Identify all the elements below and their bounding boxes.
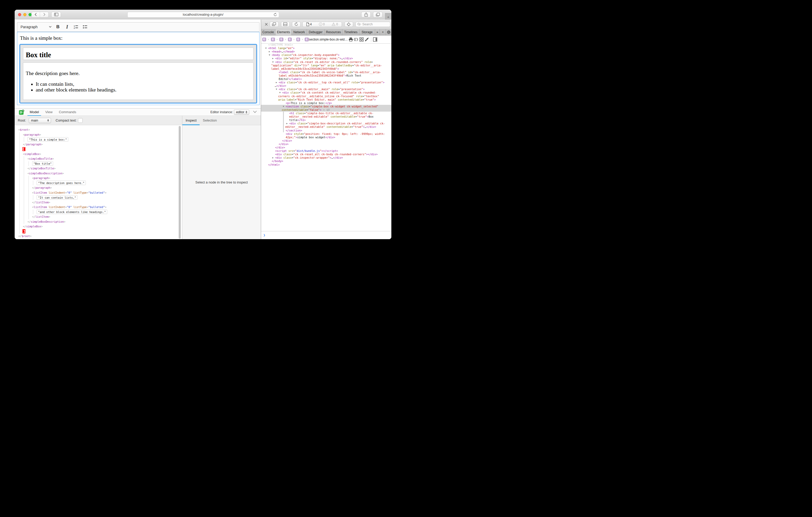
dom-tree-line[interactable]: <div class="ck ck-content ck-editor__edi…	[282, 91, 376, 94]
model-tree-line[interactable]: <simpleBoxDescription>	[27, 171, 64, 176]
dom-tree-line[interactable]: <body class="ck-inspector-body-expanded"…	[271, 53, 339, 57]
dom-tree-line[interactable]: </div>	[275, 146, 285, 149]
dom-tree-line[interactable]: <label class="ck ck-label ck-voice-label…	[279, 70, 381, 74]
resource-summary[interactable]: 4 0 0	[302, 22, 342, 27]
disclosure-open-icon[interactable]: ▼	[280, 91, 282, 94]
source-code-icon[interactable]	[354, 37, 358, 41]
dom-tree-line[interactable]: <div class="simple-box-description ck-ed…	[289, 122, 385, 125]
model-tree-line[interactable]: <simpleBox>	[23, 152, 41, 157]
detach-inspector-button[interactable]	[270, 22, 279, 27]
simple-box-description[interactable]: The description goes here. It can contai…	[23, 62, 254, 100]
disclosure-closed-icon[interactable]: ▶	[272, 57, 274, 60]
breadcrumb-node-badge[interactable]: E	[271, 38, 275, 41]
model-tree-line[interactable]: <simpleBoxTitle>	[27, 156, 54, 161]
dom-tree-line[interactable]: <h1 class="simple-box-title ck-editor__e…	[289, 112, 373, 115]
disclosure-closed-icon[interactable]: ▶	[286, 122, 288, 125]
traffic-light-close[interactable]	[18, 13, 21, 16]
model-tree-line[interactable]: "and other block elements like headings.…	[37, 210, 107, 215]
simple-box-widget[interactable]: Box title The description goes here. It …	[20, 45, 256, 103]
model-tree-line[interactable]: </listItem>	[32, 214, 51, 219]
dom-tree-line[interactable]: <head>…</head>	[271, 50, 295, 53]
inspector-tab-model[interactable]: Model	[27, 109, 41, 116]
breadcrumb-node-badge[interactable]: E	[288, 38, 292, 41]
dom-tree-line[interactable]: <div class="ck ck-editor__top ck-reset_a…	[279, 81, 384, 84]
traffic-light-minimize[interactable]	[23, 13, 26, 16]
inspector-tab-commands[interactable]: Commands	[57, 109, 78, 116]
inspector-tab-timelines[interactable]: Timelines	[342, 29, 359, 35]
layout-grid-icon[interactable]	[359, 37, 364, 41]
sidebar-button[interactable]	[51, 12, 61, 18]
dom-tree-line[interactable]: label_e63cbbfece34c53ce23501062343f49b8"…	[271, 67, 339, 70]
model-tree-line[interactable]: </simpleBox>	[23, 224, 43, 229]
disclosure-closed-icon[interactable]: ▶	[276, 81, 278, 84]
dom-tree-line[interactable]: <html lang="en">	[268, 47, 295, 50]
model-tree-line[interactable]: </simpleBoxDescription>	[27, 219, 65, 224]
breadcrumb-node-badge[interactable]: E	[296, 38, 300, 41]
model-tree-line[interactable]: </paragraph>	[23, 142, 43, 147]
disclosure-open-icon[interactable]: ▼	[283, 105, 285, 108]
model-tree-line[interactable]: "This is a simple box:"	[27, 137, 68, 142]
dom-tree-line[interactable]: <p>This is a simple box:</p>	[286, 101, 332, 105]
dom-tree-line[interactable]: aria-label="Rich Text Editor, main" cont…	[278, 98, 376, 101]
dom-tree-line[interactable]: 42px;">simple box widget</div>	[286, 136, 336, 139]
model-tree-line[interactable]: <paragraph>	[32, 176, 51, 181]
dom-tree-line[interactable]: <!DOCTYPE html>	[268, 44, 293, 47]
details-sidebar-icon[interactable]	[373, 37, 377, 41]
editor-instance-select[interactable]: editor	[234, 110, 249, 115]
inspector-tab-console[interactable]: Console	[261, 29, 276, 35]
print-icon[interactable]	[349, 37, 353, 41]
reload-page-button[interactable]	[292, 22, 300, 27]
inspector-tab-new[interactable]: +	[380, 29, 386, 35]
dom-tree-line[interactable]: <div class="ck ck-reset_all ck-body ck-r…	[275, 153, 378, 156]
model-tree-line[interactable]: </listItem>	[32, 200, 51, 205]
pane-tab-inspect[interactable]: Inspect	[182, 116, 200, 125]
model-tree-line[interactable]	[23, 229, 26, 234]
heading-dropdown[interactable]: Paragraph	[21, 23, 38, 32]
breadcrumb-node-badge[interactable]: E	[262, 38, 266, 41]
breadcrumb-node-badge[interactable]: E	[305, 38, 309, 41]
numbered-list-button[interactable]: 12	[73, 23, 79, 32]
italic-button[interactable]: I	[64, 23, 70, 32]
model-tree-line[interactable]: <$root>	[18, 127, 30, 132]
disclosure-open-icon[interactable]: ▼	[276, 88, 278, 91]
inspector-tab-resources[interactable]: Resources	[325, 29, 342, 35]
inspector-search-field[interactable]: Search	[355, 22, 390, 27]
dom-tree-line[interactable]: </section>	[286, 129, 302, 132]
model-tree-line[interactable]: "The description goes here."	[37, 181, 86, 186]
dom-tree-line[interactable]: editor__nested-editable" contenteditable…	[285, 125, 376, 129]
dom-tree-line[interactable]: label_e63cbbfece34c53ce23501062343f49b8"…	[279, 74, 361, 78]
root-select[interactable]: main	[29, 118, 51, 123]
inspector-tab-more[interactable]: »	[375, 29, 380, 35]
inspector-tab-elements[interactable]: Elements	[276, 29, 292, 35]
model-tree-scrollbar[interactable]	[179, 126, 181, 239]
close-inspector-button[interactable]	[264, 22, 269, 27]
disclosure-closed-icon[interactable]: ▶	[272, 156, 274, 159]
dom-tree-line[interactable]: <div class="ck ck-editor__main" role="pr…	[279, 88, 365, 91]
dom-tree-line[interactable]: </body>	[271, 159, 283, 163]
collapse-inspector-button[interactable]	[253, 111, 257, 113]
inspector-tab-network[interactable]: Network	[292, 29, 307, 35]
model-tree-line[interactable]: <listItem listIndent="0" listType="bulle…	[32, 205, 107, 210]
reload-icon[interactable]	[273, 13, 277, 17]
disclosure-open-icon[interactable]: ▼	[272, 60, 274, 64]
model-tree-line[interactable]: <paragraph>	[23, 132, 41, 137]
simple-box-title[interactable]: Box title	[23, 48, 254, 60]
inspector-tab-view[interactable]: View	[43, 109, 55, 116]
inspector-tab-debugger[interactable]: Debugger	[307, 29, 325, 35]
model-tree-line[interactable]: </$root>	[18, 234, 32, 239]
dom-tree-line[interactable]: <script src="dist/bundle.js"></script>	[275, 149, 338, 153]
element-picker-button[interactable]	[345, 22, 353, 27]
editor-editable[interactable]: This is a simple box: Box title The desc…	[17, 32, 260, 105]
url-field[interactable]: localhost/creating-a-plugin/	[127, 12, 279, 18]
forward-button[interactable]	[40, 12, 49, 17]
model-tree-line[interactable]: "It can contain lists,"	[37, 195, 78, 200]
model-tree-line[interactable]: <listItem listIndent="0" listType="bulle…	[32, 190, 107, 195]
dock-bottom-button[interactable]	[281, 22, 290, 27]
inspector-settings-tab[interactable]	[386, 29, 392, 35]
new-tab-button[interactable]: +	[385, 13, 392, 20]
model-tree-line[interactable]	[23, 147, 26, 152]
tab-overview-button[interactable]	[373, 12, 382, 18]
dom-tree-line[interactable]: <div class="ck-inspector-wrapper">…</div…	[275, 156, 343, 159]
dom-tree-line[interactable]: <section class="simple-box ck-widget ck-…	[286, 105, 378, 108]
dom-tree-line[interactable]: title</h1>	[289, 118, 306, 122]
